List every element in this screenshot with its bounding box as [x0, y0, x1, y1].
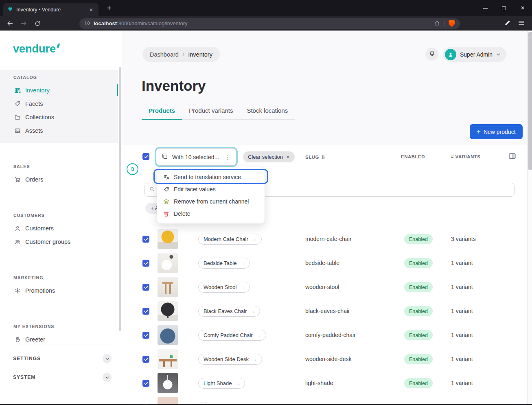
product-name-link[interactable]: Light Shade→ [198, 378, 245, 389]
row-checkbox[interactable] [142, 236, 149, 243]
edit-pencil-icon[interactable] [504, 19, 511, 28]
breadcrumb-dashboard[interactable]: Dashboard [150, 51, 179, 58]
column-settings-button[interactable] [507, 151, 517, 161]
sidebar-item-promotions[interactable]: Promotions [0, 284, 122, 297]
tab-close-icon[interactable]: × [88, 6, 94, 13]
sidebar-item-label: Facets [25, 101, 43, 107]
product-slug: black-eaves-chair [305, 308, 350, 314]
sidebar-item-facets[interactable]: Facets [0, 97, 118, 110]
column-header-slug[interactable]: SLUG ⇅ [305, 154, 326, 160]
browser-tabstrip: Inventory • Vendure × + × [0, 0, 532, 16]
arrow-right-icon: → [251, 236, 256, 242]
nav-group-label: SALES [13, 164, 122, 169]
clear-selection-button[interactable]: Clear selection × [243, 151, 295, 162]
status-badge: Enabled [404, 378, 433, 388]
menu-hamburger-icon[interactable] [518, 19, 525, 28]
user-name: Super Admin [460, 51, 493, 58]
row-checkbox[interactable] [142, 260, 149, 267]
table-row: Black Eaves Chair→ black-eaves-chair Ena… [142, 299, 527, 323]
share-icon[interactable] [434, 20, 440, 27]
variant-count: 1 variant [451, 260, 473, 266]
select-all-checkbox[interactable] [142, 153, 149, 160]
product-name-link[interactable] [198, 402, 209, 404]
product-name-link[interactable]: Wooden Side Desk→ [198, 354, 262, 365]
brave-shields-icon[interactable] [449, 20, 455, 27]
product-thumbnail [158, 277, 178, 297]
sidebar-item-orders[interactable]: Orders [0, 173, 122, 186]
window-close-button[interactable]: × [513, 0, 532, 16]
browser-tab[interactable]: Inventory • Vendure × [3, 3, 99, 16]
user-menu[interactable]: Super Admin [443, 47, 506, 62]
greeter-hand-icon [14, 336, 21, 343]
new-tab-button[interactable]: + [103, 2, 115, 14]
sidebar-item-assets[interactable]: Assets [0, 124, 118, 137]
notifications-button[interactable] [425, 48, 438, 61]
minimize-button[interactable] [476, 0, 495, 16]
toolbar-right [504, 19, 525, 28]
row-checkbox[interactable] [142, 380, 149, 387]
product-name-link[interactable]: Comfy Padded Chair→ [198, 330, 266, 341]
tab-stock-locations[interactable]: Stock locations [240, 106, 295, 119]
product-name: Modern Cafe Chair [204, 236, 248, 242]
chevron-down-icon[interactable] [103, 354, 112, 363]
row-checkbox[interactable] [142, 356, 149, 363]
arrow-right-icon: → [239, 260, 245, 266]
reload-button[interactable] [31, 18, 44, 30]
maximize-button[interactable] [495, 0, 513, 16]
browser-toolbar: localhost:3000/admin/catalog/inventory [0, 16, 532, 31]
product-name-link[interactable]: Wooden Stool→ [198, 282, 250, 293]
vendure-logo[interactable]: vendure [13, 43, 122, 55]
arrow-right-icon: → [239, 284, 245, 290]
kebab-vertical-icon: ⋮ [225, 153, 231, 161]
plus-icon: + [477, 128, 481, 135]
sidebar-item-system[interactable]: SYSTEM [13, 371, 112, 384]
sidebar-item-inventory[interactable]: Inventory [0, 83, 118, 97]
collapse-label: SYSTEM [13, 374, 35, 380]
url-path: :3000/admin/catalog/inventory [117, 20, 187, 26]
row-checkbox[interactable] [142, 332, 149, 339]
breadcrumb-current: Inventory [188, 51, 212, 58]
product-name-link[interactable]: Bedside Table→ [198, 258, 250, 269]
column-header-variants: # VARIANTS [451, 154, 481, 159]
forward-button[interactable] [18, 18, 30, 30]
product-name-link[interactable]: Modern Cafe Chair→ [198, 234, 262, 245]
inventory-icon [14, 87, 21, 94]
menu-item-send-to-translation-service[interactable]: Send to translation service [157, 171, 265, 183]
sort-icon[interactable]: ⇅ [321, 154, 326, 160]
variant-count: 1 variant [451, 356, 473, 362]
nav-group-label: MY EXTENSIONS [13, 324, 122, 329]
tab-product-variants[interactable]: Product variants [182, 106, 240, 119]
sidebar-scrollbar[interactable] [119, 67, 121, 331]
column-header-enabled: ENABLED [401, 154, 425, 159]
tab-products[interactable]: Products [142, 106, 182, 119]
row-checkbox[interactable] [142, 404, 149, 404]
back-button[interactable] [4, 18, 16, 30]
sidebar-item-collections[interactable]: Collections [0, 110, 118, 124]
sidebar-item-settings[interactable]: SETTINGS [13, 352, 112, 365]
menu-item-edit-facet-values[interactable]: Edit facet values [157, 183, 265, 195]
open-search-button[interactable] [127, 163, 138, 175]
translate-icon [163, 174, 170, 180]
sidebar-item-label: Promotions [25, 287, 55, 294]
new-product-button[interactable]: + New product [470, 124, 523, 139]
chevron-down-icon[interactable] [103, 373, 112, 382]
row-checkbox[interactable] [142, 308, 149, 315]
table-row-partial [142, 395, 527, 404]
page-scrollbar-thumb[interactable] [528, 32, 532, 170]
bulk-actions-button[interactable]: With 10 selected... ⋮ [156, 148, 236, 166]
nav-group-marketing: MARKETING Promotions [0, 270, 122, 303]
menu-item-remove-from-channel[interactable]: Remove from current channel [157, 195, 265, 208]
sidebar-item-label: Inventory [25, 87, 50, 94]
url-bar[interactable]: localhost:3000/admin/catalog/inventory [79, 18, 460, 29]
sidebar-item-customers[interactable]: Customers [0, 221, 122, 235]
menu-item-delete[interactable]: Delete [157, 208, 265, 220]
divider [444, 21, 444, 26]
row-checkbox[interactable] [142, 284, 149, 291]
arrow-right-icon: → [252, 356, 257, 362]
page-scrollbar[interactable] [527, 31, 532, 404]
sidebar-item-label: Assets [25, 127, 43, 134]
sidebar-item-customer-groups[interactable]: Customer groups [0, 235, 122, 248]
menu-item-label: Send to translation service [174, 174, 241, 180]
product-name-link[interactable]: Black Eaves Chair→ [198, 306, 260, 317]
site-info-icon[interactable] [84, 20, 90, 27]
